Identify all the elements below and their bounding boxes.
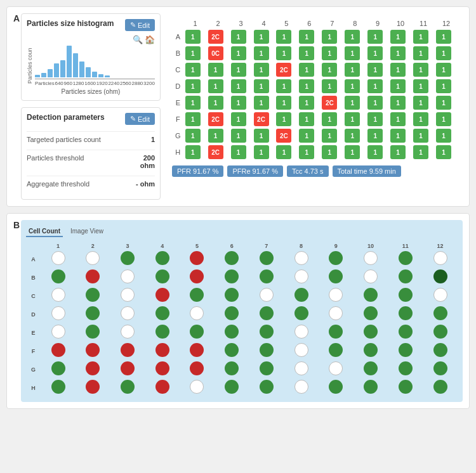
circle-cell-C11 — [388, 287, 423, 305]
circle-cell-C8 — [284, 287, 319, 305]
plate-cell-A4: 1 — [253, 29, 275, 45]
circle-cell-A9 — [319, 250, 354, 268]
detection-title: Detection parameters — [27, 113, 105, 123]
plate-cell-C1: 1 — [184, 62, 207, 78]
circle-cell-G1 — [41, 360, 76, 379]
circle-cell-G5 — [180, 360, 215, 379]
plate-cell-C2: 1 — [207, 62, 230, 78]
circle-cell-H12 — [423, 379, 458, 397]
section-a-label: A — [13, 13, 20, 23]
circle-cell-F8 — [284, 342, 319, 360]
plate-row-C: C11112C1111111 — [172, 62, 458, 78]
row-label-C: C — [172, 62, 184, 78]
edit-icon-2: ✎ — [130, 115, 136, 123]
detection-edit-button[interactable]: ✎ Edit — [125, 113, 155, 125]
circle-cell-F6 — [215, 342, 249, 360]
circle-cell-A1 — [41, 250, 76, 268]
circle-cell-G2 — [76, 360, 110, 379]
circle-cell-F9 — [319, 342, 354, 360]
col-header-9: 9 — [366, 18, 389, 29]
plate-cell-A3: 1 — [230, 29, 253, 45]
circle-cell-D12 — [423, 305, 458, 323]
circle-row-D: D — [26, 305, 458, 323]
plate-cell-A6: 1 — [298, 29, 321, 45]
circle-cell-F2 — [76, 342, 110, 360]
plate-cell-B3: 1 — [230, 45, 253, 62]
col-header-5: 5 — [275, 18, 298, 29]
circle-cell-A2 — [76, 250, 110, 268]
plate-row-D: D111111111111 — [172, 78, 458, 94]
plate-cell-A1: 1 — [184, 29, 207, 45]
circle-row-B: B — [26, 268, 458, 287]
tab-image-view[interactable]: Image View — [68, 226, 106, 237]
circle-cell-E4 — [145, 323, 180, 342]
circle-row-C: C — [26, 287, 458, 305]
plate-cell-D5: 1 — [275, 78, 298, 94]
plate-cell-C6: 1 — [298, 62, 321, 78]
plate-cell-E4: 1 — [253, 94, 275, 111]
circle-col-header-9: 9 — [319, 242, 354, 250]
plate-cell-A12: 1 — [435, 29, 458, 45]
circle-cell-B11 — [388, 268, 423, 287]
bar-10 — [92, 72, 97, 77]
circle-cell-B7 — [249, 268, 284, 287]
circle-cell-H11 — [388, 379, 423, 397]
tab-cell-count[interactable]: Cell Count — [26, 226, 63, 237]
circle-cell-G8 — [284, 360, 319, 379]
circle-cell-H3 — [110, 379, 145, 397]
param-row-3: Aggregate threshold - ohm — [27, 180, 155, 188]
zoom-icon[interactable]: 🔍 — [133, 35, 143, 44]
plate-cell-E10: 1 — [389, 94, 412, 111]
circle-col-header-5: 5 — [180, 242, 215, 250]
bar-12 — [105, 75, 110, 77]
circle-cell-H4 — [145, 379, 180, 397]
x-axis-label: Particles sizes (ohm) — [27, 88, 155, 95]
home-icon[interactable]: 🏠 — [145, 35, 155, 44]
plate-cell-C8: 1 — [343, 62, 366, 78]
stat-badge-2: PFRe 91.67 % — [227, 165, 283, 177]
plate-row-B: B10C1111111111 — [172, 45, 458, 62]
histogram-edit-button[interactable]: ✎ Edit — [125, 19, 155, 31]
circle-cell-B10 — [354, 268, 388, 287]
plate-cell-C5: 2C — [275, 62, 298, 78]
plate-cell-F4: 2C — [253, 111, 275, 127]
row-label-H: H — [172, 144, 184, 160]
stat-badge-4: Total time 9.59 min — [333, 165, 401, 177]
plate-cell-E12: 1 — [435, 94, 458, 111]
row-label-F: F — [172, 111, 184, 127]
circle-cell-C7 — [249, 287, 284, 305]
plate-cell-E2: 1 — [207, 94, 230, 111]
param-value-3: - ohm — [136, 180, 155, 188]
circle-cell-C12 — [423, 287, 458, 305]
stat-badge-1: PFR 91.67 % — [172, 165, 223, 177]
circle-cell-F4 — [145, 342, 180, 360]
param-value-2: 200ohm — [140, 154, 155, 169]
circle-cell-F5 — [180, 342, 215, 360]
circle-cell-B12 — [423, 268, 458, 287]
plate-cell-B1: 1 — [184, 45, 207, 62]
circle-cell-E5 — [180, 323, 215, 342]
plate-cell-B5: 1 — [275, 45, 298, 62]
row-label-E: E — [172, 94, 184, 111]
bar-3 — [48, 69, 53, 78]
plate-cell-C12: 1 — [435, 62, 458, 78]
plate-cell-D8: 1 — [343, 78, 366, 94]
circle-cell-A3 — [110, 250, 145, 268]
plate-cell-D3: 1 — [230, 78, 253, 94]
circle-cell-F1 — [41, 342, 76, 360]
circle-col-header-4: 4 — [145, 242, 180, 250]
plate-cell-E9: 1 — [366, 94, 389, 111]
circle-cell-E12 — [423, 323, 458, 342]
circle-cell-B4 — [145, 268, 180, 287]
plate-cell-D10: 1 — [389, 78, 412, 94]
bar-9 — [86, 67, 91, 77]
param-value-1: 1 — [151, 136, 155, 143]
circle-grid-table: 123456789101112 ABCDEFGH — [26, 242, 458, 397]
circle-col-header-2: 2 — [76, 242, 110, 250]
left-panel: Particles size histogram ✎ Edit 🔍 🏠 Part… — [21, 13, 161, 200]
plate-cell-B11: 1 — [412, 45, 435, 62]
plate-cell-H5: 1 — [275, 144, 298, 160]
circle-col-header-10: 10 — [354, 242, 388, 250]
plate-cell-F12: 1 — [435, 111, 458, 127]
circle-cell-G3 — [110, 360, 145, 379]
